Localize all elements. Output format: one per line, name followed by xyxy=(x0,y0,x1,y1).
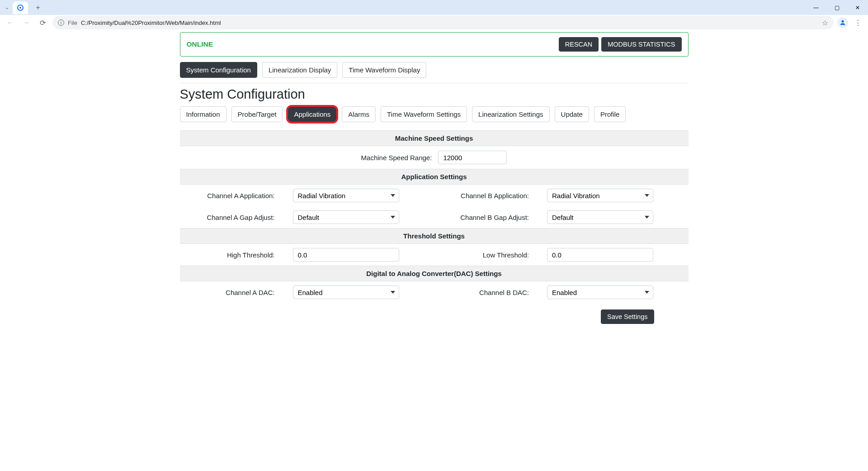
app-row-2: Channel A Gap Adjust: Default Channel B … xyxy=(180,206,689,228)
browser-chrome: ⌄ + — ▢ ✕ ← → ⟳ i File C:/Proximity/Dual… xyxy=(0,0,868,30)
channel-b-dac-label: Channel B DAC: xyxy=(434,289,547,296)
subtab-linearization-settings[interactable]: Linearization Settings xyxy=(472,106,549,122)
save-settings-button[interactable]: Save Settings xyxy=(601,309,654,324)
app-row-1: Channel A Application: Radial Vibration … xyxy=(180,185,689,206)
subtab-update[interactable]: Update xyxy=(555,106,589,122)
tab-linearization-display[interactable]: Linearization Display xyxy=(262,62,337,78)
tab-strip: ⌄ + — ▢ ✕ xyxy=(0,0,868,15)
high-threshold-input[interactable] xyxy=(293,248,399,262)
channel-b-dac-select[interactable]: Enabled xyxy=(547,285,653,299)
subtab-applications[interactable]: Applications xyxy=(288,106,337,122)
subtab-probe-target[interactable]: Probe/Target xyxy=(231,106,283,122)
favicon-icon xyxy=(17,5,24,11)
channel-a-gap-select[interactable]: Default xyxy=(293,210,399,224)
subtab-alarms[interactable]: Alarms xyxy=(342,106,376,122)
address-bar[interactable]: i File C:/Proximity/Dual%20Proximitor/We… xyxy=(52,16,834,29)
low-threshold-label: Low Threshold: xyxy=(434,251,547,259)
section-header-dac: Digital to Analog Converter(DAC) Setting… xyxy=(180,266,689,281)
svg-point-0 xyxy=(841,20,844,23)
status-bar: ONLINE RESCAN MODBUS STATISTICS xyxy=(180,32,689,57)
tab-time-waveform-display[interactable]: Time Waveform Display xyxy=(342,62,426,78)
low-threshold-input[interactable] xyxy=(547,248,653,262)
dac-row: Channel A DAC: Enabled Channel B DAC: En… xyxy=(180,281,689,303)
channel-a-application-label: Channel A Application: xyxy=(180,192,293,200)
site-info-icon[interactable]: i xyxy=(58,19,64,26)
machine-speed-row: Machine Speed Range: xyxy=(180,146,689,169)
maximize-button[interactable]: ▢ xyxy=(826,0,847,15)
browser-menu-button[interactable]: ⋮ xyxy=(852,19,864,27)
rescan-button[interactable]: RESCAN xyxy=(559,37,599,52)
status-buttons: RESCAN MODBUS STATISTICS xyxy=(559,37,682,52)
browser-toolbar: ← → ⟳ i File C:/Proximity/Dual%20Proximi… xyxy=(0,15,868,30)
section-header-app-settings: Application Settings xyxy=(180,169,689,185)
save-row: Save Settings xyxy=(180,303,689,324)
status-text: ONLINE xyxy=(187,40,213,48)
window-controls: — ▢ ✕ xyxy=(806,0,868,15)
channel-b-gap-select[interactable]: Default xyxy=(547,210,653,224)
channel-a-dac-select[interactable]: Enabled xyxy=(293,285,399,299)
section-header-machine-speed: Machine Speed Settings xyxy=(180,130,689,146)
channel-a-gap-label: Channel A Gap Adjust: xyxy=(180,214,293,221)
high-threshold-label: High Threshold: xyxy=(180,251,293,259)
channel-a-application-select[interactable]: Radial Vibration xyxy=(293,189,399,202)
minimize-button[interactable]: — xyxy=(806,0,826,15)
back-button[interactable]: ← xyxy=(4,16,16,29)
threshold-row: High Threshold: Low Threshold: xyxy=(180,244,689,266)
main-tabs: System Configuration Linearization Displ… xyxy=(180,62,689,83)
channel-b-application-label: Channel B Application: xyxy=(434,192,547,200)
channel-b-application-select[interactable]: Radial Vibration xyxy=(547,189,653,202)
url-scheme: File xyxy=(68,19,77,26)
browser-tab[interactable] xyxy=(13,1,28,14)
subtab-profile[interactable]: Profile xyxy=(594,106,626,122)
machine-speed-input[interactable] xyxy=(438,151,507,164)
sub-tabs: Information Probe/Target Applications Al… xyxy=(180,106,689,122)
profile-button[interactable] xyxy=(837,17,848,28)
modbus-statistics-button[interactable]: MODBUS STATISTICS xyxy=(601,37,681,52)
machine-speed-label: Machine Speed Range: xyxy=(361,154,432,162)
section-header-threshold: Threshold Settings xyxy=(180,228,689,244)
subtab-time-waveform-settings[interactable]: Time Waveform Settings xyxy=(381,106,467,122)
url-text: C:/Proximity/Dual%20Proximitor/Web/Main/… xyxy=(81,19,221,26)
tab-system-configuration[interactable]: System Configuration xyxy=(180,62,257,78)
channel-b-gap-label: Channel B Gap Adjust: xyxy=(434,214,547,221)
page-container: ONLINE RESCAN MODBUS STATISTICS System C… xyxy=(180,30,689,324)
page-title: System Configuration xyxy=(180,87,689,102)
person-icon xyxy=(839,19,846,26)
close-button[interactable]: ✕ xyxy=(847,0,868,15)
subtab-information[interactable]: Information xyxy=(180,106,226,122)
bookmark-icon[interactable]: ☆ xyxy=(822,19,828,27)
new-tab-button[interactable]: + xyxy=(32,1,44,14)
channel-a-dac-label: Channel A DAC: xyxy=(180,289,293,296)
tab-search-icon[interactable]: ⌄ xyxy=(3,5,11,10)
forward-button[interactable]: → xyxy=(20,16,33,29)
reload-button[interactable]: ⟳ xyxy=(36,16,49,29)
